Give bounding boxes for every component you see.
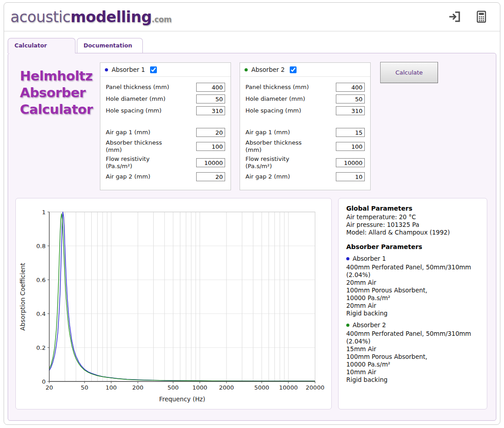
svg-text:0.2: 0.2 bbox=[36, 344, 46, 351]
field-row: Air gap 2 (mm) bbox=[245, 172, 365, 182]
calculator-icon[interactable] bbox=[475, 10, 488, 24]
absorber-2-bullet-icon bbox=[346, 324, 349, 327]
absorber-1-absorber-thickness-input[interactable] bbox=[196, 142, 225, 151]
field-row: Air gap 1 (mm) bbox=[106, 127, 225, 137]
absorber-thickness-label: Absorber thickness (mm) bbox=[245, 139, 314, 154]
header-divider bbox=[4, 31, 500, 32]
calculator-panel: Helmholtz Absorber Calculator Absorber 1… bbox=[8, 53, 496, 421]
absorber-2-title: Absorber 2 bbox=[251, 66, 285, 73]
summary-line: 20mm Air bbox=[346, 302, 479, 310]
page-title: Helmholtz Absorber Calculator bbox=[20, 68, 93, 118]
summary-line: 10000 Pa.s/m² bbox=[346, 294, 479, 302]
absorber-1-air-gap-1-input[interactable] bbox=[196, 128, 225, 137]
field-spacer bbox=[245, 118, 365, 127]
summary-line: 20mm Air bbox=[346, 279, 479, 287]
global-parameters-section: Global Parameters Air temperature: 20 °C… bbox=[346, 205, 479, 236]
absorber-2-flow-resistivity-input[interactable] bbox=[336, 158, 365, 167]
absorber-1-panel-thickness-input[interactable] bbox=[196, 83, 225, 92]
absorber-2-hole-spacing-input[interactable] bbox=[336, 106, 365, 115]
hole-spacing-label: Hole spacing (mm) bbox=[106, 107, 174, 114]
svg-text:200: 200 bbox=[132, 384, 144, 391]
air-gap-2-label: Air gap 2 (mm) bbox=[245, 173, 314, 180]
site-logo[interactable]: acousticmodelling.com bbox=[10, 8, 171, 26]
svg-text:0: 0 bbox=[42, 378, 46, 385]
svg-text:0.4: 0.4 bbox=[36, 310, 46, 317]
summary-line: 100mm Porous Absorbent, bbox=[346, 287, 479, 294]
header-icons bbox=[447, 9, 488, 24]
air-temperature-line: Air temperature: 20 °C bbox=[346, 213, 479, 221]
svg-text:0.8: 0.8 bbox=[36, 243, 46, 249]
absorber-2-enabled-checkbox[interactable] bbox=[290, 66, 297, 73]
page-container: acousticmodelling.com bbox=[4, 2, 500, 425]
absorber-1-hole-spacing-input[interactable] bbox=[196, 106, 225, 115]
hole-diameter-label: Hole diameter (mm) bbox=[245, 95, 314, 103]
absorber-1-enabled-checkbox[interactable] bbox=[150, 66, 157, 73]
logo-tld: .com bbox=[152, 15, 172, 24]
absorber-2-summary: Absorber 2 400mm Perforated Panel, 50mm/… bbox=[346, 321, 479, 384]
svg-text:Frequency (Hz): Frequency (Hz) bbox=[159, 395, 205, 403]
svg-text:100: 100 bbox=[106, 384, 117, 391]
absorber-2-bullet-icon bbox=[245, 68, 248, 71]
svg-text:50: 50 bbox=[81, 384, 89, 391]
title-line-2: Absorber bbox=[20, 85, 93, 101]
field-row: Air gap 1 (mm) bbox=[245, 127, 365, 137]
field-row: Hole spacing (mm) bbox=[106, 106, 225, 116]
logo-acoustic: acoustic bbox=[10, 8, 71, 26]
absorber-1-bullet-icon bbox=[105, 68, 108, 71]
absorber-2-air-gap-1-input[interactable] bbox=[336, 128, 365, 137]
field-row: Absorber thickness (mm) bbox=[245, 139, 365, 154]
flow-resistivity-label: Flow resistivity (Pa.s/m²) bbox=[106, 155, 174, 170]
field-row: Flow resistivity (Pa.s/m²) bbox=[245, 155, 365, 170]
tab-bar: Calculator Documentation bbox=[8, 38, 500, 53]
chart-card: 2050100200500100020005000100002000000.20… bbox=[15, 198, 332, 409]
panel-thickness-label: Panel thickness (mm) bbox=[106, 84, 174, 91]
absorber-1-summary: Absorber 1 400mm Perforated Panel, 50mm/… bbox=[346, 255, 479, 317]
absorber-2-panel-thickness-input[interactable] bbox=[336, 83, 365, 92]
svg-text:1: 1 bbox=[42, 209, 46, 216]
air-gap-2-label: Air gap 2 (mm) bbox=[106, 173, 174, 180]
svg-text:5000: 5000 bbox=[254, 384, 269, 391]
summary-line: Rigid backing bbox=[346, 376, 479, 384]
summary-line: 400mm Perforated Panel, 50mm/310mm (2.04… bbox=[346, 330, 479, 345]
model-line: Model: Allard & Champoux (1992) bbox=[346, 229, 479, 236]
absorber-1-fields: Panel thickness (mm) Hole diameter (mm) … bbox=[100, 77, 231, 190]
absorber-2-hole-diameter-input[interactable] bbox=[336, 94, 365, 103]
air-gap-1-label: Air gap 1 (mm) bbox=[245, 129, 314, 136]
svg-text:0.6: 0.6 bbox=[36, 277, 46, 283]
svg-text:20000: 20000 bbox=[306, 384, 324, 391]
absorber-1-flow-resistivity-input[interactable] bbox=[196, 158, 225, 167]
absorber-2-air-gap-2-input[interactable] bbox=[336, 172, 365, 181]
absorption-chart: 2050100200500100020005000100002000000.20… bbox=[16, 198, 331, 409]
site-header: acousticmodelling.com bbox=[4, 3, 500, 31]
summary-line: 15mm Air bbox=[346, 345, 479, 353]
absorber-1-hole-diameter-input[interactable] bbox=[196, 94, 225, 103]
tab-calculator[interactable]: Calculator bbox=[8, 38, 75, 53]
absorber-2-header: Absorber 2 bbox=[240, 63, 370, 77]
login-icon[interactable] bbox=[447, 9, 462, 24]
absorber-1-title: Absorber 1 bbox=[112, 66, 145, 73]
field-row: Hole diameter (mm) bbox=[106, 94, 225, 104]
field-spacer bbox=[106, 118, 225, 127]
hole-diameter-label: Hole diameter (mm) bbox=[106, 95, 174, 103]
absorber-2-panel: Absorber 2 Panel thickness (mm) Hole dia… bbox=[240, 62, 371, 190]
svg-text:10000: 10000 bbox=[279, 384, 297, 391]
air-gap-1-label: Air gap 1 (mm) bbox=[106, 129, 174, 136]
field-row: Flow resistivity (Pa.s/m²) bbox=[106, 155, 225, 170]
absorber-1-air-gap-2-input[interactable] bbox=[196, 172, 225, 181]
calculate-button[interactable]: Calculate bbox=[380, 62, 438, 83]
title-line-3: Calculator bbox=[20, 101, 93, 118]
svg-text:2000: 2000 bbox=[219, 384, 234, 391]
absorber-2-absorber-thickness-input[interactable] bbox=[336, 142, 365, 151]
summary-line: 10000 Pa.s/m² bbox=[346, 361, 479, 368]
absorber-1-header: Absorber 1 bbox=[100, 63, 231, 77]
summary-line: 10mm Air bbox=[346, 368, 479, 376]
tab-documentation[interactable]: Documentation bbox=[77, 38, 143, 53]
absorber-1-panel: Absorber 1 Panel thickness (mm) Hole dia… bbox=[100, 62, 231, 190]
absorber-1-bullet-icon bbox=[346, 257, 349, 260]
flow-resistivity-label: Flow resistivity (Pa.s/m²) bbox=[245, 155, 314, 170]
summary-line: 100mm Porous Absorbent, bbox=[346, 353, 479, 361]
absorber-parameters-title: Absorber Parameters bbox=[346, 243, 479, 251]
svg-text:500: 500 bbox=[168, 384, 179, 391]
title-line-1: Helmholtz bbox=[20, 68, 93, 85]
absorber-2-fields: Panel thickness (mm) Hole diameter (mm) … bbox=[240, 77, 370, 190]
